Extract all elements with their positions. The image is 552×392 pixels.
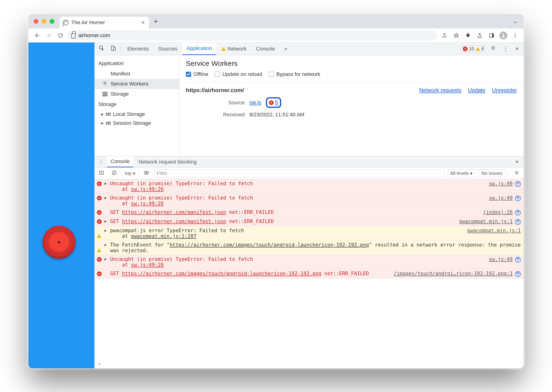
window-close[interactable]: [34, 19, 38, 24]
source-location-link[interactable]: /images/touch/androi…ricon-192-192.png:1: [394, 271, 513, 276]
profile-button[interactable]: [499, 31, 508, 40]
source-location-link[interactable]: (index):26: [483, 209, 513, 215]
navigate-icon[interactable]: [515, 181, 521, 187]
grid-icon: [106, 122, 111, 125]
drawer-menu-button[interactable]: ⋮: [96, 159, 105, 165]
navigate-icon[interactable]: [515, 271, 521, 277]
navigate-icon[interactable]: [515, 210, 521, 216]
window-zoom[interactable]: [50, 19, 54, 24]
page-viewport: [29, 42, 94, 368]
console-row[interactable]: ×▶Uncaught (in promise) TypeError: Faile…: [94, 179, 523, 194]
console-row[interactable]: ×GET https://airhorner.com/images/touch/…: [94, 269, 523, 279]
expand-caret-icon[interactable]: ▶: [104, 228, 108, 233]
expand-caret-icon[interactable]: ▶: [104, 196, 108, 200]
sw-source-link[interactable]: sw.js: [249, 99, 261, 106]
filter-input[interactable]: Filter: [154, 169, 445, 177]
tabs-menu-icon[interactable]: ⌄: [511, 18, 520, 24]
unregister-link[interactable]: Unregister: [492, 87, 517, 94]
device-toggle-button[interactable]: [108, 45, 118, 52]
sidebar-item-manifest[interactable]: Manifest: [94, 69, 179, 79]
extensions-button[interactable]: [463, 31, 473, 40]
svg-point-5: [515, 37, 516, 38]
drawer-tab-blocking[interactable]: Network request blocking: [135, 156, 200, 167]
offline-input[interactable]: [186, 72, 191, 77]
sidebar-item-storage[interactable]: Storage: [94, 89, 179, 99]
devtools-close-button[interactable]: ×: [512, 45, 522, 52]
sw-error-count-link[interactable]: 5: [275, 99, 278, 106]
bypass-input[interactable]: [269, 72, 274, 77]
update-link[interactable]: Update: [468, 87, 485, 94]
source-location-link[interactable]: pwacompat.min.js:1: [459, 218, 513, 224]
svg-point-2: [503, 34, 504, 35]
clear-console-button[interactable]: [109, 169, 119, 177]
navigate-icon[interactable]: [515, 219, 521, 225]
expand-caret-icon[interactable]: ▶: [104, 243, 108, 247]
devtools-menu-button[interactable]: ⋮: [500, 45, 512, 52]
tab-console[interactable]: Console: [252, 42, 279, 55]
console-row[interactable]: ×▶Uncaught (in promise) TypeError: Faile…: [94, 194, 523, 208]
source-location-link[interactable]: pwacompat.min.js:1: [467, 228, 521, 233]
devtools-tabstrip: Elements Sources Application Network Con…: [94, 42, 523, 55]
chrome-menu-button[interactable]: [510, 31, 520, 40]
drawer-close-button[interactable]: ×: [512, 158, 522, 165]
console-row[interactable]: ×GET https://airhorner.com/manifest.json…: [94, 208, 523, 217]
settings-button[interactable]: [487, 45, 499, 52]
svg-point-9: [493, 47, 494, 49]
airhorn-button[interactable]: [43, 226, 76, 259]
update-on-reload-input[interactable]: [215, 72, 220, 77]
share-button[interactable]: [440, 31, 449, 40]
more-tabs-button[interactable]: »: [280, 42, 291, 55]
reload-button[interactable]: [56, 31, 65, 40]
console-row[interactable]: ▶pwacompat.js error TypeError: Failed to…: [94, 226, 523, 241]
reload-icon: [58, 33, 63, 38]
svg-rect-11: [100, 171, 103, 175]
issue-counter[interactable]: × 10 8: [460, 45, 486, 52]
new-tab-button[interactable]: +: [152, 17, 160, 25]
network-requests-link[interactable]: Network requests: [419, 87, 461, 94]
browser-tab[interactable]: The Air Horner ×: [59, 17, 149, 28]
source-location-link[interactable]: sw.js:49: [489, 256, 513, 262]
forward-button[interactable]: [44, 31, 53, 40]
drawer-tab-console[interactable]: Console: [107, 156, 133, 167]
message-text: GET https://airhorner.com/manifest.json …: [110, 209, 481, 215]
console-prompt[interactable]: ›: [94, 360, 523, 368]
console-row[interactable]: ▶The FetchEvent for "https://airhorner.c…: [94, 241, 523, 255]
source-location-link[interactable]: sw.js:49: [489, 195, 513, 201]
tab-close-icon[interactable]: ×: [140, 19, 146, 26]
log-levels-selector[interactable]: All levels▾: [448, 169, 475, 177]
bookmark-button[interactable]: [451, 31, 461, 40]
expand-caret-icon[interactable]: ▶: [104, 257, 108, 261]
sidebar-item-service-workers[interactable]: Service Workers: [94, 79, 179, 89]
no-issues-button[interactable]: No Issues: [478, 169, 506, 177]
console-row[interactable]: ×▶Uncaught (in promise) TypeError: Faile…: [94, 255, 523, 269]
offline-checkbox[interactable]: Offline: [186, 71, 208, 77]
expand-caret-icon[interactable]: ▶: [104, 181, 108, 186]
tab-sources[interactable]: Sources: [154, 42, 182, 55]
sidebar-item-local-storage[interactable]: ▶ Local Storage: [94, 110, 179, 119]
tab-elements[interactable]: Elements: [123, 42, 153, 55]
expand-caret-icon[interactable]: ▶: [104, 219, 108, 224]
update-on-reload-checkbox[interactable]: Update on reload: [215, 71, 262, 77]
source-location-link[interactable]: sw.js:49: [489, 181, 513, 186]
error-icon: ×: [97, 196, 102, 200]
live-expression-button[interactable]: [141, 169, 152, 178]
navigate-icon[interactable]: [515, 257, 521, 263]
labs-button[interactable]: [475, 31, 485, 40]
inspect-button[interactable]: [96, 45, 107, 52]
console-messages[interactable]: ×▶Uncaught (in promise) TypeError: Faile…: [94, 179, 523, 360]
tab-title: The Air Horner: [71, 20, 138, 26]
context-selector[interactable]: top▾: [122, 168, 138, 179]
address-bar[interactable]: airhorner.com: [67, 30, 437, 41]
console-settings-button[interactable]: [512, 169, 522, 177]
tab-application[interactable]: Application: [182, 42, 216, 55]
back-button[interactable]: [32, 31, 42, 40]
tab-network[interactable]: Network: [217, 42, 251, 55]
sidebar-item-session-storage[interactable]: ▶ Session Storage: [94, 119, 179, 128]
bypass-for-network-checkbox[interactable]: Bypass for network: [269, 71, 320, 77]
window-minimize[interactable]: [42, 19, 46, 24]
navigate-icon[interactable]: [515, 196, 521, 201]
source-label: Source: [186, 100, 245, 106]
console-row[interactable]: ×▶GET https://airhorner.com/manifest.jso…: [94, 217, 523, 226]
sidepanel-button[interactable]: [487, 31, 496, 40]
console-sidebar-toggle[interactable]: [96, 169, 106, 177]
